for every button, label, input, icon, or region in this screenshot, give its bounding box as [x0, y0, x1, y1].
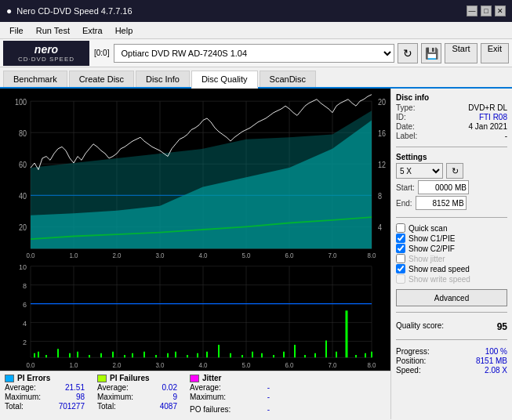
disc-label-value: - [505, 132, 507, 140]
show-c2pif-checkbox[interactable] [396, 244, 405, 253]
start-input[interactable] [418, 180, 469, 194]
pi-failures-legend-box [97, 375, 107, 382]
jitter-max-label: Maximum: [190, 393, 226, 401]
svg-text:7.0: 7.0 [328, 361, 336, 369]
progress-label: Progress: [396, 347, 430, 356]
pi-failures-total-label: Total: [97, 402, 116, 411]
svg-rect-38 [3, 259, 387, 371]
pi-errors-total-value: 701277 [59, 402, 85, 411]
save-button[interactable]: 💾 [421, 43, 441, 63]
speed-refresh-button[interactable]: ↻ [446, 163, 463, 179]
minimize-button[interactable]: — [467, 5, 478, 16]
divider1 [396, 147, 507, 147]
tab-disc-info[interactable]: Disc Info [136, 71, 190, 87]
svg-text:10: 10 [19, 262, 27, 271]
svg-text:6.0: 6.0 [285, 252, 293, 259]
start-button[interactable]: Start [445, 43, 477, 63]
disc-id-value: FTI R08 [479, 113, 507, 121]
show-c1pie-label: Show C1/PIE [409, 234, 455, 243]
reload-button[interactable]: ↻ [398, 43, 418, 63]
svg-text:8: 8 [378, 191, 382, 201]
start-setting-row: Start: [396, 180, 507, 194]
jitter-avg-value: - [267, 383, 270, 392]
show-jitter-label: Show jitter [409, 255, 445, 263]
main-content: 100 80 60 40 20 20 16 12 8 4 0.0 1.0 2.0… [0, 89, 512, 419]
quick-scan-checkbox[interactable] [396, 223, 405, 233]
menu-help[interactable]: Help [109, 24, 140, 37]
progress-value: 100 % [485, 347, 507, 356]
show-c2pif-row: Show C2/PIF [396, 244, 507, 253]
svg-text:80: 80 [19, 129, 27, 138]
pi-errors-label: PI Errors [17, 374, 50, 382]
advanced-button[interactable]: Advanced [396, 289, 507, 306]
show-c1pie-checkbox[interactable] [396, 234, 405, 243]
exit-button[interactable]: Exit [481, 43, 509, 63]
svg-text:6: 6 [23, 300, 27, 309]
tab-create-disc[interactable]: Create Disc [69, 71, 134, 87]
po-failures-value: - [267, 405, 270, 414]
menu-run-test[interactable]: Run Test [30, 24, 76, 37]
jitter-max-row: Maximum: - [190, 393, 276, 401]
jitter-legend: Jitter [190, 374, 276, 382]
tab-benchmark[interactable]: Benchmark [3, 71, 67, 87]
disc-date-row: Date: 4 Jan 2021 [396, 122, 507, 131]
app-icon: ● [6, 5, 12, 16]
svg-text:2.0: 2.0 [112, 252, 121, 259]
svg-text:0.0: 0.0 [26, 361, 34, 369]
maximize-button[interactable]: □ [481, 5, 492, 16]
svg-text:16: 16 [378, 129, 386, 138]
pi-errors-avg-label: Average: [5, 383, 36, 392]
pi-failures-stat: PI Failures Average: 0.02 Maximum: 9 Tot… [97, 374, 183, 417]
svg-text:100: 100 [15, 97, 27, 107]
jitter-max-value: - [267, 393, 270, 401]
show-write-speed-checkbox[interactable] [396, 274, 405, 284]
disc-info-section: Disc info Type: DVD+R DL ID: FTI R08 Dat… [396, 93, 507, 141]
svg-text:40: 40 [19, 191, 27, 201]
disc-id-label: ID: [396, 113, 406, 121]
po-failures-label: PO failures: [190, 405, 231, 414]
tab-bar: Benchmark Create Disc Disc Info Disc Qua… [0, 67, 512, 89]
svg-text:8: 8 [23, 281, 27, 290]
settings-title: Settings [396, 153, 507, 161]
disc-date-label: Date: [396, 122, 415, 131]
speed-selector[interactable]: 5 X [396, 163, 443, 179]
chart1: 100 80 60 40 20 20 16 12 8 4 0.0 1.0 2.0… [3, 92, 387, 258]
pi-errors-legend-box [5, 375, 14, 382]
drive-selector[interactable]: Optiarc DVD RW AD-7240S 1.04 [114, 44, 394, 63]
divider2 [396, 217, 507, 218]
menu-extra[interactable]: Extra [76, 24, 109, 37]
speed-setting-row: 5 X ↻ [396, 163, 507, 179]
jitter-avg-row: Average: - [190, 383, 276, 392]
pi-failures-max-label: Maximum: [97, 393, 133, 401]
quality-section: Quality score: 95 [396, 321, 507, 334]
settings-section: Settings 5 X ↻ Start: End: [396, 153, 507, 212]
disc-info-title: Disc info [396, 93, 507, 102]
pi-errors-avg-value: 21.51 [65, 383, 85, 392]
close-button[interactable]: ✕ [495, 5, 506, 16]
charts-container: 100 80 60 40 20 20 16 12 8 4 0.0 1.0 2.0… [0, 89, 390, 371]
logo-nero-text: nero [34, 43, 58, 56]
svg-text:2.0: 2.0 [112, 361, 121, 369]
end-input[interactable] [416, 196, 467, 210]
show-read-speed-checkbox[interactable] [396, 264, 405, 273]
toolbar: nero CD·DVD SPEED [0:0] Optiarc DVD RW A… [0, 39, 512, 67]
show-read-speed-row: Show read speed [396, 264, 507, 273]
jitter-legend-box [190, 375, 199, 382]
disc-type-row: Type: DVD+R DL [396, 103, 507, 112]
pi-errors-legend: PI Errors [5, 374, 91, 382]
speed-label: Speed: [396, 366, 421, 375]
menu-file[interactable]: File [3, 24, 30, 37]
svg-text:20: 20 [378, 97, 386, 107]
quality-score-value: 95 [497, 321, 507, 332]
start-label: Start: [396, 183, 415, 192]
app-logo: nero CD·DVD SPEED [3, 41, 89, 66]
svg-text:1.0: 1.0 [69, 252, 78, 259]
chart2-svg: 10 8 6 4 2 0.0 1.0 2.0 3.0 4.0 5.0 6.0 7… [3, 259, 387, 371]
pi-failures-label: PI Failures [110, 374, 150, 382]
tab-disc-quality[interactable]: Disc Quality [191, 71, 258, 89]
tab-scan-disc[interactable]: ScanDisc [260, 71, 316, 87]
show-jitter-checkbox[interactable] [396, 254, 405, 263]
speed-row: Speed: 2.08 X [396, 366, 507, 375]
disc-type-label: Type: [396, 103, 415, 112]
pi-failures-avg-row: Average: 0.02 [97, 383, 183, 392]
